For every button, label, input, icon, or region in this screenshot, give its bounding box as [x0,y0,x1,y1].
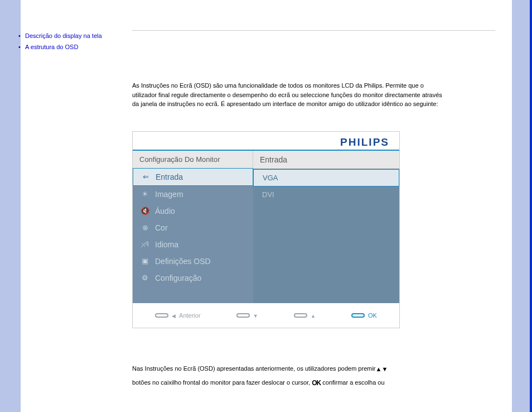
osd-button-up[interactable] [294,312,316,319]
osd-button-prev[interactable]: Anterior [155,312,201,319]
osd-header-left: Configuração Do Monitor [133,151,253,168]
osd-menu-imagem[interactable]: ☀ Imagem [133,186,253,203]
osd-menu-label: Idioma [155,240,178,249]
osd-menu-label: Imagem [155,190,183,199]
osd-menu-label: Áudio [155,207,175,215]
up-down-icon: ▲▼ [376,362,388,376]
osd-menu-label: Entrada [156,173,183,181]
osd-menu-entrada[interactable]: ⇐ Entrada [133,168,253,186]
osd-option-vga[interactable]: VGA [253,169,399,186]
osd-panel: PHILIPS Configuração Do Monitor ⇐ Entrad… [132,131,400,328]
osd-menu-idioma[interactable]: ꭗꟼ Idioma [133,236,253,253]
osd-header-right: Entrada [253,151,399,169]
divider [132,30,495,31]
language-icon: ꭗꟼ [141,240,149,248]
osd-option-dvi[interactable]: DVI [253,186,399,203]
screen-icon: ▣ [141,257,149,265]
input-icon: ⇐ [141,173,150,181]
osd-menu-label: Cor [155,223,168,232]
osd-menu: ⇐ Entrada ☀ Imagem 🔇 Áudio ⊗ [133,168,253,303]
pill-icon [351,313,365,318]
sidebar: Descrição do display na tela A estrutura… [21,0,132,412]
osd-menu-audio[interactable]: 🔇 Áudio [133,203,253,219]
ok-text-icon: OK [312,376,321,390]
osd-button-ok[interactable]: OK [351,312,377,319]
osd-menu-label: Definições OSD [155,257,211,266]
sidebar-link-estrutura[interactable]: A estrutura do OSD [21,41,132,52]
arrow-up-icon [311,312,316,319]
gear-icon: ⚙ [141,274,149,282]
sidebar-link-descricao[interactable]: Descrição do display na tela [21,30,132,41]
pill-icon [294,313,307,318]
osd-footer: Anterior OK [133,303,399,328]
arrow-down-icon [253,312,258,319]
pill-icon [155,313,168,318]
osd-button-down[interactable] [236,312,258,319]
arrow-left-icon [172,312,176,319]
osd-menu-label: Configuração [155,274,201,282]
globe-icon: ⊗ [141,223,149,232]
speaker-icon: 🔇 [141,207,149,215]
osd-menu-cor[interactable]: ⊗ Cor [133,219,253,236]
footer-paragraph: Nas Instruções no Ecrã (OSD) apresentada… [132,362,444,391]
brightness-icon: ☀ [141,190,149,198]
brand-logo: PHILIPS [133,136,399,150]
right-rail [512,0,532,412]
left-rail [0,0,21,412]
osd-menu-configuracao[interactable]: ⚙ Configuração [133,270,253,286]
pill-icon [236,313,250,318]
osd-options: VGA DVI [253,169,399,303]
intro-paragraph: As Instruções no Ecrã (OSD) são uma func… [132,81,444,109]
osd-menu-definicoes[interactable]: ▣ Definições OSD [133,253,253,270]
